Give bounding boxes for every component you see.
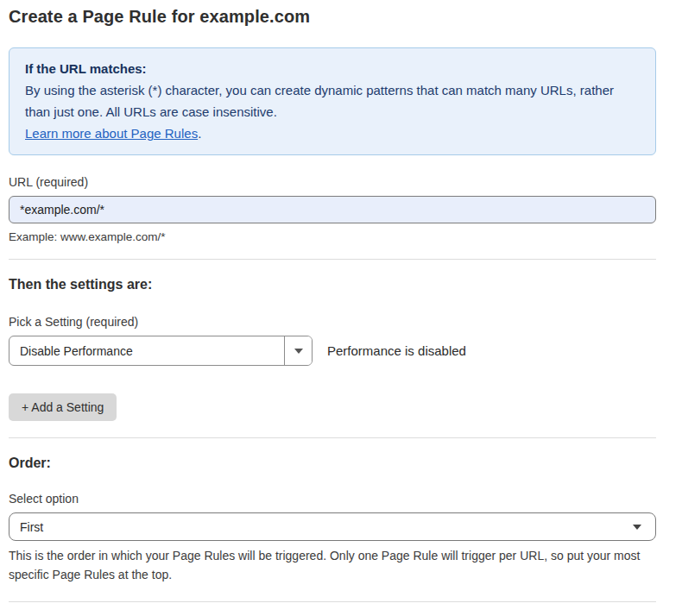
order-section-heading: Order: — [9, 456, 656, 471]
order-select[interactable]: First — [9, 512, 656, 541]
add-setting-button[interactable]: + Add a Setting — [9, 393, 117, 421]
info-box-body-text: By using the asterisk (*) character, you… — [25, 83, 614, 119]
info-box-body: By using the asterisk (*) character, you… — [25, 79, 640, 144]
url-field-label: URL (required) — [9, 175, 656, 189]
setting-row: Disable Performance Performance is disab… — [9, 336, 656, 366]
order-select-label: Select option — [9, 492, 656, 506]
url-matches-info-box: If the URL matches: By using the asteris… — [9, 47, 656, 155]
setting-select-value: Disable Performance — [9, 336, 284, 365]
setting-select-arrow-button[interactable] — [284, 336, 312, 365]
pick-setting-label: Pick a Setting (required) — [9, 315, 656, 329]
divider — [9, 259, 656, 260]
info-box-heading: If the URL matches: — [25, 58, 640, 79]
divider — [9, 437, 656, 438]
chevron-down-icon — [633, 525, 641, 530]
learn-more-link[interactable]: Learn more about Page Rules — [25, 126, 198, 141]
divider — [9, 601, 656, 602]
order-select-value: First — [20, 520, 43, 534]
chevron-down-icon — [294, 349, 303, 354]
settings-section-heading: Then the settings are: — [9, 277, 656, 292]
page-title: Create a Page Rule for example.com — [9, 0, 656, 27]
url-example-text: Example: www.example.com/* — [9, 230, 656, 243]
order-help-text: This is the order in which your Page Rul… — [9, 546, 652, 584]
setting-status-text: Performance is disabled — [327, 343, 466, 358]
page-rule-form: Create a Page Rule for example.com If th… — [9, 0, 656, 616]
url-input[interactable] — [9, 196, 656, 223]
link-period: . — [198, 126, 201, 141]
setting-select[interactable]: Disable Performance — [9, 336, 313, 366]
